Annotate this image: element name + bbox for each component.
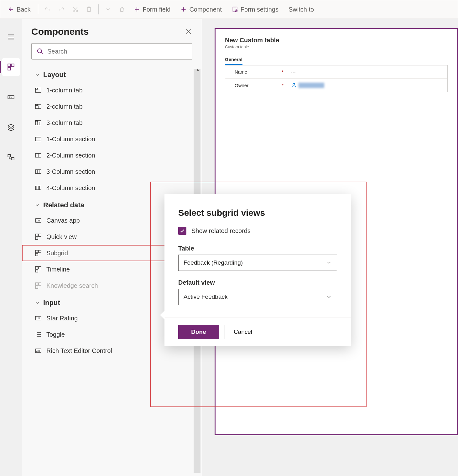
name-value: --- [291, 69, 296, 75]
component-2col-tab[interactable]: 2-column tab [22, 98, 200, 115]
subgrid-popup: Select subgrid views Show related record… [164, 194, 351, 346]
section-icon [34, 152, 42, 159]
redo-button[interactable] [55, 4, 68, 15]
plus-icon [180, 6, 187, 13]
svg-rect-11 [8, 154, 11, 157]
component-4col-section[interactable]: 4-Column section [22, 180, 200, 196]
svg-rect-35 [35, 283, 38, 285]
chevron-down-icon [34, 202, 40, 208]
divider [98, 4, 99, 14]
textbox-rail-button[interactable]: Abc [2, 88, 20, 106]
textbox-icon: Abc [7, 93, 15, 101]
svg-point-0 [73, 10, 75, 12]
layers-rail-button[interactable] [2, 118, 20, 136]
search-input[interactable] [47, 48, 187, 55]
search-icon [37, 48, 44, 55]
show-related-label: Show related records [191, 227, 251, 235]
component-1col-tab[interactable]: 1-column tab [22, 82, 200, 98]
switch-button[interactable]: Switch to [284, 3, 318, 16]
tab-icon [34, 86, 42, 94]
paste-dropdown-button[interactable] [102, 4, 114, 15]
form-settings-button[interactable]: Form settings [227, 3, 283, 16]
svg-point-13 [38, 49, 42, 53]
show-related-checkbox[interactable]: Show related records [178, 227, 337, 235]
section-icon [34, 135, 42, 143]
svg-rect-19 [35, 121, 38, 122]
svg-rect-26 [35, 234, 38, 236]
layout-group-header[interactable]: Layout [22, 66, 200, 82]
section-icon [34, 168, 42, 175]
svg-rect-33 [39, 266, 41, 269]
cancel-button[interactable]: Cancel [225, 325, 261, 339]
svg-rect-22 [35, 170, 41, 173]
form-field-button[interactable]: Form field [129, 3, 175, 16]
divider [38, 4, 38, 14]
component-1col-section[interactable]: 1-Column section [22, 131, 200, 147]
layout-group-label: Layout [43, 71, 66, 79]
form-row-name[interactable]: Name * --- [225, 65, 447, 78]
back-arrow-icon [8, 6, 14, 13]
svg-rect-17 [35, 104, 38, 106]
popup-title: Select subgrid views [178, 208, 337, 218]
owner-value: ████ [299, 83, 325, 88]
svg-rect-36 [39, 283, 41, 285]
back-button[interactable]: Back [3, 3, 35, 16]
svg-rect-37 [35, 286, 38, 288]
delete-button[interactable] [116, 4, 128, 15]
chevron-down-icon [34, 300, 40, 306]
undo-button[interactable] [41, 4, 54, 15]
paste-button[interactable] [83, 4, 95, 15]
done-button[interactable]: Done [178, 325, 219, 339]
svg-rect-34 [35, 270, 38, 272]
view-select[interactable]: Active Feedback [178, 289, 337, 305]
form-row-owner[interactable]: Owner * ████ [225, 78, 447, 92]
switch-label: Switch to [289, 6, 314, 13]
list-icon [34, 331, 42, 338]
view-label: Default view [178, 279, 337, 286]
redo-icon [58, 6, 65, 13]
tree-icon [7, 153, 15, 161]
trash-icon [119, 6, 125, 13]
panel-title: Components [31, 26, 89, 37]
component-button[interactable]: Component [176, 3, 226, 16]
grid-icon [34, 282, 42, 289]
callout-arrow [160, 310, 165, 320]
component-3col-section[interactable]: 3-Column section [22, 163, 200, 180]
form-settings-label: Form settings [241, 6, 278, 13]
form-field-label: Form field [143, 6, 170, 13]
component-2col-section[interactable]: 2-Column section [22, 147, 200, 163]
svg-point-42 [293, 83, 295, 85]
view-value: Active Feedback [184, 293, 227, 300]
hamburger-icon [7, 33, 15, 41]
form-settings-icon [232, 6, 238, 13]
cut-button[interactable] [69, 4, 81, 15]
tree-rail-button[interactable] [2, 148, 20, 166]
grid-icon [34, 249, 42, 257]
plus-icon [134, 6, 140, 13]
svg-rect-31 [35, 253, 38, 256]
table-value: Feedback (Regarding) [184, 259, 243, 266]
person-icon [291, 82, 297, 88]
svg-rect-30 [39, 250, 41, 253]
chevron-down-icon [326, 294, 332, 300]
svg-rect-14 [35, 88, 41, 92]
svg-rect-20 [35, 137, 41, 141]
component-label: Component [189, 6, 221, 13]
svg-rect-6 [8, 64, 11, 67]
hamburger-button[interactable] [2, 28, 20, 46]
components-rail-button[interactable] [2, 58, 20, 76]
component-3col-tab[interactable]: 3-column tab [22, 115, 200, 131]
canvas-icon: 123 [34, 314, 42, 322]
svg-text:Abc: Abc [9, 96, 13, 99]
svg-rect-28 [35, 237, 38, 240]
input-group-label: Input [43, 299, 60, 307]
svg-rect-7 [11, 64, 14, 67]
grid-icon [34, 233, 42, 241]
search-box[interactable] [31, 43, 192, 59]
tab-general[interactable]: General [225, 55, 242, 65]
close-icon[interactable] [185, 28, 192, 35]
chevron-down-icon [34, 72, 40, 78]
top-toolbar: Back Form field Component Form settings … [0, 0, 458, 19]
table-label: Table [178, 245, 337, 252]
table-select[interactable]: Feedback (Regarding) [178, 255, 337, 271]
